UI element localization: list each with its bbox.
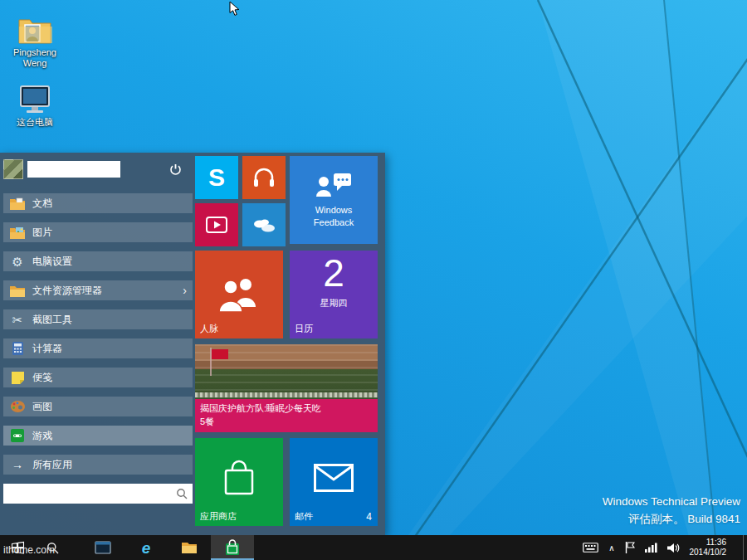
- file-explorer-icon: [9, 283, 26, 298]
- start-menu: 文档 图片 ⚙ 电脑设置 文件资源管理器 ›: [0, 153, 385, 535]
- sidebar-item-pc-settings[interactable]: ⚙ 电脑设置: [3, 251, 193, 271]
- search-input[interactable]: [8, 488, 176, 499]
- tile-music[interactable]: [242, 156, 286, 199]
- flag-icon: [208, 348, 230, 376]
- tile-onedrive[interactable]: [242, 203, 286, 246]
- tile-people[interactable]: 人脉: [195, 251, 283, 338]
- tile-label: 日历: [295, 323, 313, 335]
- mail-unread-badge: 4: [366, 511, 372, 523]
- sidebar-item-snipping-tool[interactable]: ✂ 截图工具: [3, 309, 193, 329]
- headphones-icon: [252, 167, 276, 188]
- nav-label: 画图: [32, 400, 52, 414]
- all-apps-button[interactable]: → 所有应用: [3, 455, 193, 475]
- action-center-button[interactable]: [620, 535, 640, 560]
- tile-mail[interactable]: 邮件 4: [290, 438, 378, 526]
- shopping-bag-icon: [222, 460, 256, 496]
- start-search-box[interactable]: [3, 484, 193, 504]
- user-folder-icon: [5, 12, 65, 45]
- chevron-right-icon: ›: [183, 285, 187, 296]
- taskbar-spacer: [70, 535, 81, 560]
- keyboard-icon: [583, 543, 598, 553]
- site-watermark: ithome.com: [3, 544, 55, 556]
- sticky-notes-icon: [9, 370, 26, 385]
- volume-button[interactable]: [662, 535, 685, 560]
- start-tiles: S: [195, 156, 383, 532]
- nav-label: 文件资源管理器: [32, 284, 102, 298]
- username-field[interactable]: [27, 161, 120, 178]
- desktop-icon-label: Pingsheng Weng: [5, 47, 65, 69]
- tile-calendar[interactable]: 2 星期四 日历: [290, 251, 378, 338]
- news-caption: 揭国庆护航方队:睡眠少每天吃 5餐: [195, 399, 378, 432]
- windows-watermark: Windows Technical Preview 评估副本。 Build 98…: [603, 494, 740, 528]
- nav-label: 电脑设置: [32, 255, 72, 269]
- tile-video[interactable]: [195, 203, 238, 246]
- taskbar-internet-explorer-button[interactable]: e: [124, 535, 168, 560]
- tile-windows-feedback[interactable]: Windows Feedback: [290, 156, 378, 244]
- people-icon: [217, 277, 261, 312]
- tile-label: 人脉: [200, 323, 218, 335]
- video-play-icon: [206, 217, 227, 233]
- desktop-icon-this-pc[interactable]: 这台电脑: [5, 81, 65, 128]
- taskbar-file-explorer-button[interactable]: [168, 535, 211, 560]
- sidebar-item-sticky-notes[interactable]: 便笺: [3, 368, 193, 387]
- taskbar: e ∧: [0, 535, 747, 560]
- tray-overflow-button[interactable]: ∧: [603, 535, 619, 560]
- nav-label: 游戏: [32, 429, 52, 443]
- show-desktop-button[interactable]: [743, 535, 747, 560]
- clock-time: 11:36: [690, 538, 727, 548]
- all-apps-label: 所有应用: [32, 458, 72, 472]
- documents-icon: [9, 196, 26, 211]
- snipping-tool-icon: ✂: [9, 312, 26, 327]
- search-icon: [176, 488, 188, 499]
- internet-explorer-icon: e: [142, 540, 151, 556]
- games-icon: [9, 428, 26, 443]
- taskbar-store-button[interactable]: [211, 535, 254, 560]
- nav-label: 截图工具: [32, 313, 72, 327]
- sidebar-item-games[interactable]: 游戏: [3, 426, 193, 446]
- tile-skype[interactable]: S: [195, 156, 238, 199]
- speaker-icon: [667, 543, 680, 553]
- sidebar-item-pictures[interactable]: 图片: [3, 222, 193, 242]
- desktop-icon-user-folder[interactable]: Pingsheng Weng: [5, 12, 65, 69]
- paint-palette-icon: [9, 399, 26, 414]
- sidebar-item-documents[interactable]: 文档: [3, 193, 193, 213]
- network-button[interactable]: [640, 535, 662, 560]
- watermark-line1: Windows Technical Preview: [603, 494, 740, 511]
- news-photo-detail: [195, 392, 378, 397]
- app-window-icon: [95, 541, 111, 554]
- touch-keyboard-button[interactable]: [578, 535, 603, 560]
- arrow-right-icon: →: [9, 458, 26, 471]
- envelope-icon: [314, 464, 354, 492]
- this-pc-icon: [5, 81, 65, 114]
- taskbar-app-window-button[interactable]: [81, 535, 124, 560]
- tile-label: 应用商店: [200, 510, 237, 523]
- sidebar-item-file-explorer[interactable]: 文件资源管理器 ›: [3, 280, 193, 300]
- tile-label: Windows Feedback: [314, 204, 354, 228]
- watermark-line2: 评估副本。 Build 9841: [603, 511, 740, 528]
- settings-gear-icon: ⚙: [9, 254, 26, 269]
- sidebar-item-calculator[interactable]: 计算器: [3, 338, 193, 358]
- power-button[interactable]: [166, 160, 184, 178]
- tile-store[interactable]: 应用商店: [195, 438, 283, 526]
- taskbar-clock[interactable]: 11:36 2014/10/2: [685, 538, 732, 558]
- onedrive-clouds-icon: [251, 217, 276, 233]
- tile-news[interactable]: 揭国庆护航方队:睡眠少每天吃 5餐: [195, 344, 378, 432]
- start-menu-header: [3, 158, 193, 181]
- tile-label: 邮件: [295, 510, 313, 523]
- desktop: Pingsheng Weng 这台电脑 Windows Technical Pr…: [0, 0, 747, 560]
- desktop-icon-label: 这台电脑: [5, 117, 65, 128]
- start-menu-nav: 文档 图片 ⚙ 电脑设置 文件资源管理器 ›: [3, 193, 193, 446]
- system-tray: ∧ 11:36: [578, 535, 747, 560]
- start-menu-left-column: 文档 图片 ⚙ 电脑设置 文件资源管理器 ›: [3, 156, 193, 504]
- calendar-weekday: 星期四: [290, 297, 378, 309]
- flag-icon: [625, 542, 635, 553]
- user-avatar[interactable]: [3, 159, 23, 179]
- nav-label: 图片: [32, 226, 52, 240]
- nav-label: 便笺: [32, 371, 52, 385]
- nav-label: 计算器: [32, 342, 62, 356]
- nav-label: 文档: [32, 197, 52, 211]
- feedback-icon: [315, 172, 352, 200]
- calculator-icon: [9, 341, 26, 356]
- power-icon: [169, 163, 182, 176]
- sidebar-item-paint[interactable]: 画图: [3, 397, 193, 416]
